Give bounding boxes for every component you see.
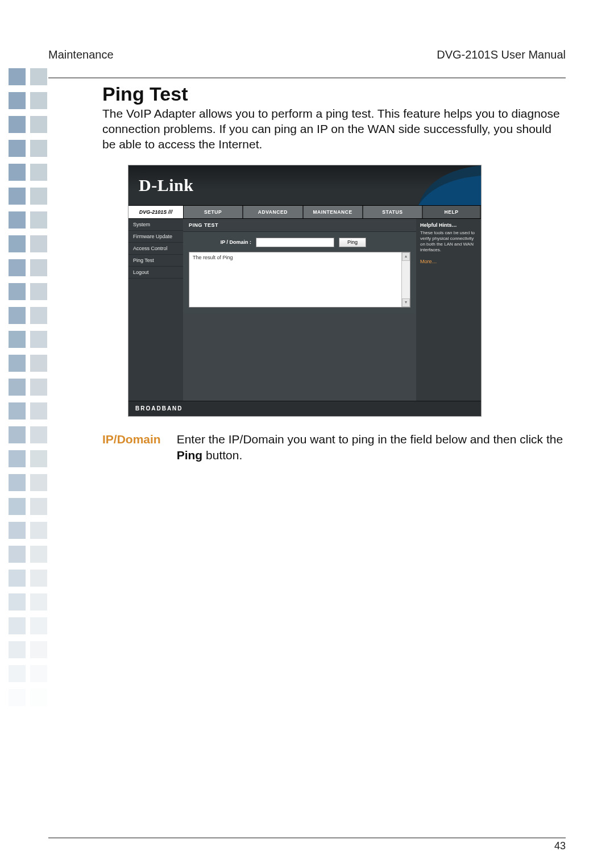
router-banner: D-Link: [128, 165, 481, 205]
scroll-up-icon[interactable]: ▴: [402, 252, 410, 261]
sidebar-item-system[interactable]: System: [128, 219, 183, 231]
header-right: DVG-2101S User Manual: [437, 48, 566, 61]
page-title: Ping Test: [102, 83, 566, 105]
router-screenshot: D-Link DVG-2101S /// SETUP ADVANCED MAIN…: [128, 165, 482, 417]
sidebar-item-access[interactable]: Access Control: [128, 243, 183, 255]
footer-rule: [48, 837, 566, 838]
help-hints-title: Helpful Hints…: [420, 222, 477, 228]
help-column: Helpful Hints… These tools can be used t…: [416, 219, 481, 401]
result-scrollbar[interactable]: ▴ ▾: [401, 252, 410, 307]
scroll-down-icon[interactable]: ▾: [402, 298, 410, 307]
tab-setup[interactable]: SETUP: [184, 206, 243, 218]
router-footer: BROADBAND: [128, 401, 481, 416]
tab-maintenance[interactable]: MAINTENANCE: [304, 206, 363, 218]
tab-status[interactable]: STATUS: [363, 206, 423, 218]
sidebar: System Firmware Update Access Control Pi…: [128, 219, 183, 401]
ip-domain-label: IP / Domain :: [189, 239, 251, 245]
panel-title: PING TEST: [183, 219, 416, 232]
ping-button[interactable]: Ping: [339, 238, 366, 247]
definition-text: Enter the IP/Domain you want to ping in …: [177, 431, 566, 464]
decorative-squares: [9, 68, 49, 713]
main-panel: PING TEST IP / Domain : Ping The result …: [183, 219, 416, 401]
sidebar-item-firmware[interactable]: Firmware Update: [128, 231, 183, 243]
ping-result-box: The result of Ping ▴ ▾: [189, 252, 410, 308]
tab-row: DVG-2101S /// SETUP ADVANCED MAINTENANCE…: [128, 205, 481, 219]
help-more-link[interactable]: More…: [420, 259, 477, 264]
page-number: 43: [554, 840, 566, 852]
help-hints-text: These tools can be used to verify physic…: [420, 230, 477, 253]
header-left: Maintenance: [48, 48, 114, 61]
sidebar-item-pingtest[interactable]: Ping Test: [128, 255, 183, 267]
model-badge: DVG-2101S ///: [128, 206, 184, 218]
definition-row: IP/Domain Enter the IP/Domain you want t…: [102, 431, 566, 464]
header-rule: [48, 77, 566, 78]
tab-help[interactable]: HELP: [423, 206, 481, 218]
definition-term: IP/Domain: [102, 431, 161, 464]
tab-advanced[interactable]: ADVANCED: [243, 206, 303, 218]
dlink-logo: D-Link: [139, 176, 193, 195]
ping-result-text: The result of Ping: [193, 255, 233, 260]
ip-domain-input[interactable]: [256, 238, 334, 247]
sidebar-item-logout[interactable]: Logout: [128, 267, 183, 279]
intro-paragraph: The VoIP Adapter allows you to perform a…: [102, 106, 566, 152]
banner-swoosh: [418, 165, 481, 205]
